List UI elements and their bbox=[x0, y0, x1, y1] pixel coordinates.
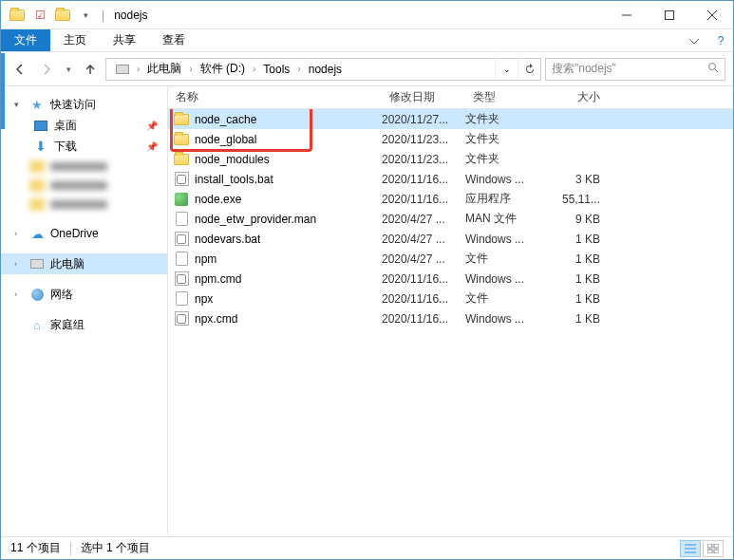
file-date: 2020/4/27 ... bbox=[382, 233, 465, 246]
breadcrumb-root-icon[interactable] bbox=[110, 59, 135, 80]
view-large-button[interactable] bbox=[703, 540, 724, 557]
file-name: node_etw_provider.man bbox=[195, 213, 382, 226]
file-date: 2020/11/16... bbox=[382, 312, 465, 326]
breadcrumb-dropdown[interactable]: ⌄ bbox=[495, 59, 518, 80]
file-row[interactable]: npx2020/11/16...文件1 KB bbox=[168, 289, 733, 308]
file-row[interactable]: nodevars.bat2020/4/27 ...Windows ...1 KB bbox=[168, 229, 733, 249]
file-date: 2020/11/16... bbox=[382, 272, 465, 286]
network-icon bbox=[29, 287, 45, 302]
search-icon[interactable] bbox=[707, 62, 719, 76]
back-button[interactable] bbox=[9, 58, 31, 81]
file-row[interactable]: install_tools.bat2020/11/16...Windows ..… bbox=[168, 169, 733, 189]
breadcrumb-item[interactable]: 软件 (D:) bbox=[195, 59, 251, 80]
file-type: 文件夹 bbox=[465, 111, 547, 127]
qat-properties[interactable]: ☑ bbox=[29, 5, 50, 26]
file-size: 9 KB bbox=[547, 213, 613, 226]
file-row[interactable]: node.exe2020/11/16...应用程序55,11... bbox=[168, 189, 733, 209]
sidebar-quick-access[interactable]: ▾★快速访问 bbox=[1, 94, 167, 115]
tab-file[interactable]: 文件 bbox=[1, 29, 50, 51]
sidebar-downloads[interactable]: ⬇下载📌 bbox=[1, 136, 167, 157]
tab-share[interactable]: 共享 bbox=[100, 29, 149, 51]
file-list[interactable]: node_cache2020/11/27...文件夹node_global202… bbox=[168, 109, 733, 533]
sidebar-network[interactable]: ›网络 bbox=[1, 284, 167, 305]
tab-view[interactable]: 查看 bbox=[149, 29, 198, 51]
file-size: 1 KB bbox=[547, 292, 613, 306]
status-count: 11 个项目 bbox=[10, 540, 61, 556]
sidebar-homegroup[interactable]: ⌂家庭组 bbox=[1, 314, 167, 335]
svg-rect-12 bbox=[714, 550, 719, 553]
file-row[interactable]: node_etw_provider.man2020/4/27 ...MAN 文件… bbox=[168, 209, 733, 229]
column-size[interactable]: 大小 bbox=[547, 86, 613, 108]
up-button[interactable] bbox=[79, 58, 102, 81]
file-type: MAN 文件 bbox=[465, 211, 547, 227]
refresh-button[interactable] bbox=[518, 59, 540, 80]
chevron-icon[interactable]: › bbox=[187, 64, 194, 74]
file-name: nodevars.bat bbox=[195, 233, 382, 246]
file-type: 文件夹 bbox=[465, 131, 547, 147]
search-placeholder: 搜索"nodejs" bbox=[552, 61, 616, 77]
breadcrumb[interactable]: › 此电脑 › 软件 (D:) › Tools › nodejs ⌄ bbox=[105, 58, 541, 81]
status-selected: 选中 1 个项目 bbox=[81, 540, 150, 556]
desktop-icon bbox=[33, 118, 48, 133]
file-type: 文件 bbox=[465, 251, 547, 267]
file-size: 55,11... bbox=[547, 193, 613, 206]
view-details-button[interactable] bbox=[680, 540, 701, 557]
search-input[interactable]: 搜索"nodejs" bbox=[545, 58, 725, 81]
qat-new-folder[interactable] bbox=[52, 5, 73, 26]
maximize-button[interactable] bbox=[648, 1, 690, 29]
file-date: 2020/11/16... bbox=[382, 173, 465, 186]
sidebar-onedrive[interactable]: ›☁OneDrive bbox=[1, 223, 167, 244]
file-row[interactable]: npx.cmd2020/11/16...Windows ...1 KB bbox=[168, 308, 733, 328]
file-name: npx bbox=[195, 292, 382, 306]
titlebar: ☑ ▾ | nodejs bbox=[1, 1, 733, 29]
window-title: nodejs bbox=[114, 9, 147, 22]
star-icon: ★ bbox=[29, 97, 45, 112]
help-icon[interactable]: ? bbox=[708, 29, 733, 51]
recent-dropdown[interactable]: ▾ bbox=[62, 58, 75, 81]
breadcrumb-item[interactable]: nodejs bbox=[303, 59, 348, 80]
file-name: npx.cmd bbox=[195, 312, 382, 326]
file-date: 2020/11/23... bbox=[382, 153, 465, 166]
cloud-icon: ☁ bbox=[29, 226, 45, 241]
file-row[interactable]: npm.cmd2020/11/16...Windows ...1 KB bbox=[168, 269, 733, 289]
bat-icon bbox=[175, 172, 189, 186]
column-date[interactable]: 修改日期 bbox=[382, 86, 465, 108]
file-date: 2020/11/16... bbox=[382, 193, 465, 206]
sidebar-desktop[interactable]: 桌面📌 bbox=[1, 115, 167, 136]
sidebar: ▾★快速访问 桌面📌 ⬇下载📌 ›☁OneDrive ›此电脑 ›网络 ⌂家庭组 bbox=[1, 86, 168, 533]
column-name[interactable]: 名称 bbox=[168, 86, 382, 108]
file-name: node_global bbox=[195, 133, 382, 146]
file-row[interactable]: node_modules2020/11/23...文件夹 bbox=[168, 149, 733, 169]
minimize-button[interactable] bbox=[605, 1, 648, 29]
tab-home[interactable]: 主页 bbox=[50, 29, 100, 51]
file-pane: 名称 修改日期 类型 大小 node_cache2020/11/27...文件夹… bbox=[168, 86, 733, 533]
forward-button[interactable] bbox=[35, 58, 58, 81]
chevron-icon[interactable]: › bbox=[135, 64, 141, 74]
file-date: 2020/4/27 ... bbox=[382, 213, 465, 226]
file-type: Windows ... bbox=[465, 233, 547, 246]
close-button[interactable] bbox=[690, 1, 733, 29]
expand-ribbon-icon[interactable] bbox=[680, 29, 708, 51]
file-row[interactable]: npm2020/4/27 ...文件1 KB bbox=[168, 249, 733, 269]
breadcrumb-item[interactable]: 此电脑 bbox=[141, 59, 187, 80]
bat-icon bbox=[175, 311, 189, 326]
qat-customize[interactable]: ▾ bbox=[75, 5, 96, 26]
breadcrumb-item[interactable]: Tools bbox=[257, 59, 295, 80]
file-type: 文件夹 bbox=[465, 151, 547, 167]
column-type[interactable]: 类型 bbox=[465, 86, 547, 108]
chevron-icon[interactable]: › bbox=[295, 64, 302, 74]
file-size: 3 KB bbox=[547, 173, 613, 186]
sidebar-thispc[interactable]: ›此电脑 bbox=[1, 253, 167, 274]
folder-icon bbox=[174, 154, 189, 165]
file-row[interactable]: node_global2020/11/23...文件夹 bbox=[168, 129, 733, 149]
sidebar-blurred-items bbox=[1, 157, 167, 214]
ribbon-tabs: 文件 主页 共享 查看 ? bbox=[1, 29, 733, 52]
file-type: Windows ... bbox=[465, 173, 547, 186]
svg-rect-1 bbox=[665, 10, 673, 19]
file-size: 1 KB bbox=[547, 272, 613, 286]
file-size: 1 KB bbox=[547, 252, 613, 266]
file-row[interactable]: node_cache2020/11/27...文件夹 bbox=[168, 109, 733, 129]
chevron-icon[interactable]: › bbox=[251, 64, 257, 74]
homegroup-icon: ⌂ bbox=[29, 317, 45, 332]
file-date: 2020/4/27 ... bbox=[382, 252, 465, 266]
